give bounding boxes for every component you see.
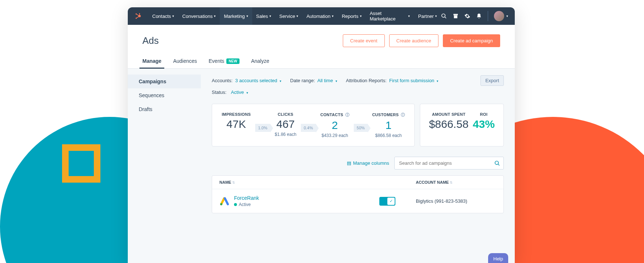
chevron-down-icon: ▾ [246,91,248,95]
user-avatar [494,11,504,21]
new-badge: NEW [226,58,239,64]
account-name-cell: Biglytics (991-823-5383) [416,198,496,204]
page-title: Ads [142,35,159,46]
funnel-rate-1: 1.0% [255,124,270,132]
page-header: Ads Create event Create audience Create … [128,25,515,54]
sidebar-item-drafts[interactable]: Drafts [128,102,201,116]
content-area: Campaigns Sequences Drafts Accounts: 3 a… [128,69,515,263]
funnel-contacts: CONTACTS ⓘ 2 $433.29 each [320,112,349,138]
nav-contacts[interactable]: Contacts▾ [148,7,178,25]
funnel-rate-2: 0.4% [301,124,316,132]
check-icon: ✓ [387,198,395,205]
info-icon[interactable]: ⓘ [399,113,405,117]
create-ad-campaign-button[interactable]: Create ad campaign [443,34,500,47]
google-ads-icon [219,196,230,206]
amount-spent: AMOUNT SPENT $866.58 [429,112,468,138]
decorative-yellow-square [62,144,100,183]
chevron-down-icon: ▾ [336,79,337,83]
campaign-toggle[interactable]: ✓ [379,197,395,206]
column-name[interactable]: NAME⇅ [219,180,379,184]
tab-audiences[interactable]: Audiences [173,54,197,68]
daterange-label: Date range: [290,78,315,83]
marketplace-icon[interactable] [453,13,459,19]
sort-icon: ⇅ [450,181,453,184]
nav-asset-marketplace[interactable]: Asset Marketplace▾ [366,7,414,25]
table-row: ForceRank Active ✓ Biglytics (991-823-53… [212,189,503,213]
sort-icon: ⇅ [232,181,235,184]
top-navbar: Contacts▾ Conversations▾ Marketing▾ Sale… [128,7,515,25]
campaigns-table: NAME⇅ ACCOUNT NAME⇅ ForceRank Active [212,175,504,213]
chevron-down-icon: ▾ [506,14,508,18]
account-menu[interactable]: ▾ [488,11,508,21]
status-label: Status: [212,89,226,95]
nav-reports[interactable]: Reports▾ [338,7,366,25]
funnel-card: IMPRESSIONS 47K 1.0% CLICKS 467 $1.86 ea… [212,104,415,146]
create-audience-button[interactable]: Create audience [389,34,438,47]
campaign-status: Active [234,202,259,207]
settings-gear-icon[interactable] [464,13,470,19]
column-account-name[interactable]: ACCOUNT NAME⇅ [416,180,496,184]
section-tabs: Manage Audiences EventsNEW Analyze [128,54,515,69]
sidebar-item-sequences[interactable]: Sequences [128,88,201,102]
help-button[interactable]: Help [488,253,508,263]
svg-point-5 [495,161,498,164]
notifications-bell-icon[interactable] [476,13,482,19]
create-event-button[interactable]: Create event [343,34,384,47]
daterange-filter[interactable]: All time ▾ [317,78,337,83]
main-panel: Accounts: 3 accounts selected ▾ Date ran… [201,69,515,263]
metrics-row: IMPRESSIONS 47K 1.0% CLICKS 467 $1.86 ea… [212,104,504,146]
funnel-customers: CUSTOMERS ⓘ 1 $866.58 each [372,112,405,138]
table-header: NAME⇅ ACCOUNT NAME⇅ [212,176,503,189]
summary-card: AMOUNT SPENT $866.58 ROI 43% [420,104,504,146]
chevron-down-icon: ▾ [437,79,438,83]
funnel-clicks: CLICKS 467 $1.86 each [275,112,296,137]
accounts-label: Accounts: [212,78,233,83]
tab-events[interactable]: EventsNEW [209,54,239,68]
campaign-search-input[interactable] [394,157,504,169]
attribution-label: Attribution Reports: [346,78,387,83]
app-window: Contacts▾ Conversations▾ Marketing▾ Sale… [128,7,515,263]
table-controls: ▤ Manage columns [212,157,504,169]
roi: ROI 43% [473,112,495,138]
nav-automation[interactable]: Automation▾ [302,7,338,25]
hubspot-logo-icon[interactable] [134,12,142,20]
sidebar-item-campaigns[interactable]: Campaigns [128,75,201,88]
tab-analyze[interactable]: Analyze [251,54,269,68]
columns-icon: ▤ [347,160,351,166]
manage-columns-link[interactable]: ▤ Manage columns [347,160,389,166]
status-dot-icon [234,203,237,206]
nav-marketing[interactable]: Marketing▾ [220,7,252,25]
nav-service[interactable]: Service▾ [275,7,302,25]
search-box [394,157,504,169]
nav-items: Contacts▾ Conversations▾ Marketing▾ Sale… [148,7,441,25]
nav-sales[interactable]: Sales▾ [252,7,276,25]
left-sidebar: Campaigns Sequences Drafts [128,69,201,263]
svg-point-6 [220,203,222,205]
nav-partner[interactable]: Partner▾ [414,7,441,25]
filters-row: Accounts: 3 accounts selected ▾ Date ran… [212,75,504,86]
svg-point-4 [442,14,445,17]
search-icon[interactable] [441,13,447,19]
search-icon[interactable] [494,160,500,166]
info-icon[interactable]: ⓘ [344,113,349,117]
funnel-impressions: IMPRESSIONS 47K [222,112,251,130]
export-button[interactable]: Export [480,75,504,86]
tab-manage[interactable]: Manage [142,54,161,68]
nav-conversations[interactable]: Conversations▾ [178,7,220,25]
funnel-rate-3: 50% [354,124,368,132]
accounts-filter[interactable]: 3 accounts selected ▾ [235,78,281,83]
attribution-filter[interactable]: First form submission ▾ [389,78,438,83]
chevron-down-icon: ▾ [280,79,281,83]
campaign-name-link[interactable]: ForceRank [234,195,259,201]
status-filter[interactable]: Active ▾ [231,89,248,95]
